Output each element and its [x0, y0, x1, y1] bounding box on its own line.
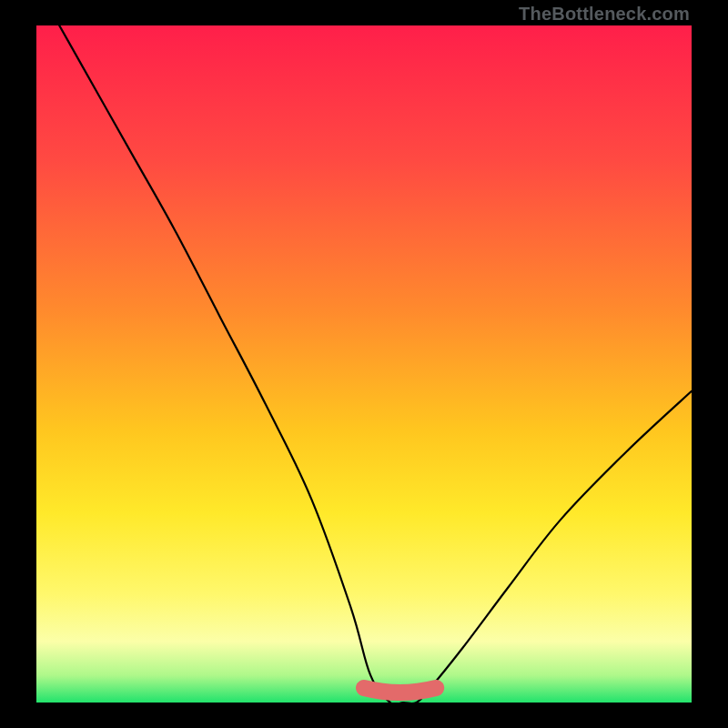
bottleneck-curve-svg — [36, 25, 692, 703]
plot-area — [36, 25, 692, 703]
bottleneck-curve — [36, 25, 692, 703]
attribution-label: TheBottleneck.com — [519, 4, 690, 25]
near-zero-band — [364, 688, 436, 693]
chart-frame: TheBottleneck.com — [0, 0, 728, 728]
